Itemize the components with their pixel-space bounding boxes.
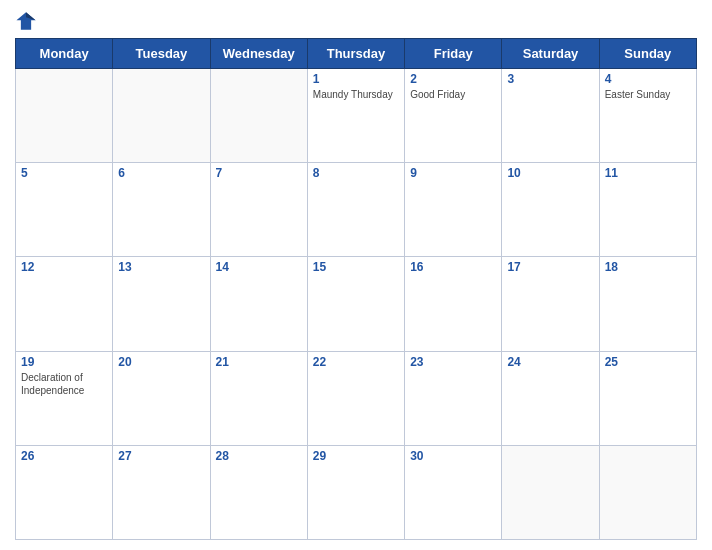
calendar-cell: 12 <box>16 257 113 351</box>
calendar-cell: 18 <box>599 257 696 351</box>
calendar-cell <box>502 445 599 539</box>
day-number: 21 <box>216 355 302 369</box>
day-number: 14 <box>216 260 302 274</box>
weekday-header-friday: Friday <box>405 39 502 69</box>
calendar-cell: 30 <box>405 445 502 539</box>
calendar-cell <box>113 69 210 163</box>
day-number: 23 <box>410 355 496 369</box>
day-number: 26 <box>21 449 107 463</box>
calendar-cell: 9 <box>405 163 502 257</box>
calendar-cell: 1Maundy Thursday <box>307 69 404 163</box>
day-number: 5 <box>21 166 107 180</box>
calendar-cell: 23 <box>405 351 502 445</box>
calendar-cell: 24 <box>502 351 599 445</box>
day-number: 13 <box>118 260 204 274</box>
calendar-cell: 25 <box>599 351 696 445</box>
calendar-cell: 28 <box>210 445 307 539</box>
calendar-cell: 6 <box>113 163 210 257</box>
day-number: 19 <box>21 355 107 369</box>
calendar-week-row: 19Declaration of Independence20212223242… <box>16 351 697 445</box>
calendar-cell: 26 <box>16 445 113 539</box>
day-number: 28 <box>216 449 302 463</box>
day-number: 7 <box>216 166 302 180</box>
day-number: 24 <box>507 355 593 369</box>
calendar-cell: 14 <box>210 257 307 351</box>
calendar-week-row: 567891011 <box>16 163 697 257</box>
calendar-cell: 8 <box>307 163 404 257</box>
day-number: 18 <box>605 260 691 274</box>
day-number: 15 <box>313 260 399 274</box>
weekday-header-wednesday: Wednesday <box>210 39 307 69</box>
weekday-header-sunday: Sunday <box>599 39 696 69</box>
weekday-header-tuesday: Tuesday <box>113 39 210 69</box>
day-number: 27 <box>118 449 204 463</box>
day-number: 8 <box>313 166 399 180</box>
weekday-header-thursday: Thursday <box>307 39 404 69</box>
day-number: 17 <box>507 260 593 274</box>
calendar-cell: 13 <box>113 257 210 351</box>
calendar-cell: 11 <box>599 163 696 257</box>
calendar-cell: 21 <box>210 351 307 445</box>
logo <box>15 10 41 32</box>
calendar-cell: 22 <box>307 351 404 445</box>
calendar-cell: 27 <box>113 445 210 539</box>
day-number: 2 <box>410 72 496 86</box>
calendar-cell <box>16 69 113 163</box>
calendar-week-row: 2627282930 <box>16 445 697 539</box>
holiday-name: Easter Sunday <box>605 88 691 101</box>
holiday-name: Maundy Thursday <box>313 88 399 101</box>
holiday-name: Good Friday <box>410 88 496 101</box>
weekday-header-row: MondayTuesdayWednesdayThursdayFridaySatu… <box>16 39 697 69</box>
day-number: 3 <box>507 72 593 86</box>
holiday-name: Declaration of Independence <box>21 371 107 397</box>
calendar-cell <box>210 69 307 163</box>
calendar-cell: 10 <box>502 163 599 257</box>
day-number: 22 <box>313 355 399 369</box>
weekday-header-monday: Monday <box>16 39 113 69</box>
day-number: 16 <box>410 260 496 274</box>
day-number: 29 <box>313 449 399 463</box>
calendar-cell: 2Good Friday <box>405 69 502 163</box>
calendar-cell: 16 <box>405 257 502 351</box>
day-number: 11 <box>605 166 691 180</box>
day-number: 30 <box>410 449 496 463</box>
calendar-cell: 15 <box>307 257 404 351</box>
calendar-week-row: 1Maundy Thursday2Good Friday34Easter Sun… <box>16 69 697 163</box>
day-number: 1 <box>313 72 399 86</box>
calendar-cell: 19Declaration of Independence <box>16 351 113 445</box>
day-number: 6 <box>118 166 204 180</box>
calendar-table: MondayTuesdayWednesdayThursdayFridaySatu… <box>15 38 697 540</box>
day-number: 25 <box>605 355 691 369</box>
calendar-cell: 20 <box>113 351 210 445</box>
logo-bird-icon <box>15 10 37 32</box>
calendar-week-row: 12131415161718 <box>16 257 697 351</box>
calendar-cell <box>599 445 696 539</box>
day-number: 4 <box>605 72 691 86</box>
day-number: 9 <box>410 166 496 180</box>
weekday-header-saturday: Saturday <box>502 39 599 69</box>
day-number: 20 <box>118 355 204 369</box>
calendar-cell: 3 <box>502 69 599 163</box>
calendar-cell: 4Easter Sunday <box>599 69 696 163</box>
calendar-cell: 5 <box>16 163 113 257</box>
day-number: 10 <box>507 166 593 180</box>
calendar-cell: 7 <box>210 163 307 257</box>
calendar-cell: 29 <box>307 445 404 539</box>
calendar-cell: 17 <box>502 257 599 351</box>
page-header <box>15 10 697 32</box>
day-number: 12 <box>21 260 107 274</box>
